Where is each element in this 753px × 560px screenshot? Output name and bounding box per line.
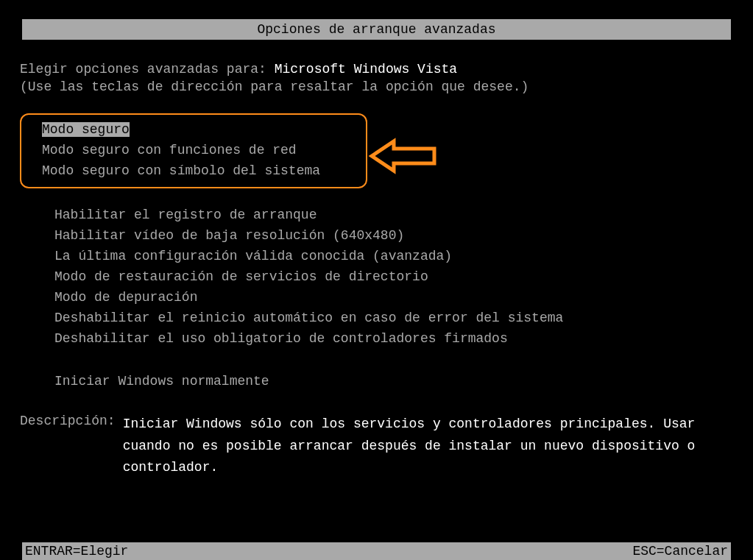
menu-item-ds-restore[interactable]: Modo de restauración de servicios de dir…: [54, 266, 733, 287]
menu-item-start-normal[interactable]: Iniciar Windows normalmente: [54, 371, 733, 391]
menu-item-label: Modo seguro con símbolo del sistema: [42, 163, 320, 178]
menu-item-boot-logging[interactable]: Habilitar el registro de arranque: [54, 205, 733, 225]
footer-esc-hint: ESC=Cancelar: [632, 544, 728, 559]
description-block: Descripción: Iniciar Windows sólo con lo…: [20, 414, 733, 479]
menu-item-low-res-video[interactable]: Habilitar vídeo de baja resolución (640x…: [54, 225, 733, 246]
menu-item-last-known-good[interactable]: La última configuración válida conocida …: [54, 246, 733, 266]
menu-item-label: Modo seguro: [42, 122, 130, 137]
menu-item-disable-auto-restart[interactable]: Deshabilitar el reinicio automático en c…: [54, 308, 733, 328]
description-label: Descripción:: [20, 414, 123, 479]
menu-item-debug-mode[interactable]: Modo de depuración: [54, 287, 733, 308]
menu-item-label: Modo seguro con funciones de red: [42, 143, 297, 157]
description-text: Iniciar Windows sólo con los servicios y…: [123, 414, 733, 479]
title-text: Opciones de arranque avanzadas: [257, 22, 495, 37]
menu-item-safe-mode[interactable]: Modo seguro: [29, 119, 131, 140]
intro-line: Elegir opciones avanzadas para: Microsof…: [20, 62, 733, 77]
menu-item-safe-mode-network[interactable]: Modo seguro con funciones de red: [29, 140, 358, 160]
title-bar: Opciones de arranque avanzadas: [22, 19, 731, 40]
content-area: Elegir opciones avanzadas para: Microsof…: [0, 40, 753, 479]
other-options-list: Habilitar el registro de arranque Habili…: [54, 205, 733, 391]
safe-mode-group-box: Modo seguro Modo seguro con funciones de…: [20, 113, 367, 188]
menu-item-disable-driver-sig[interactable]: Deshabilitar el uso obligatorio de contr…: [54, 328, 733, 349]
keyboard-hint: (Use las teclas de dirección para resalt…: [20, 79, 733, 94]
menu-item-safe-mode-cmd[interactable]: Modo seguro con símbolo del sistema: [29, 160, 358, 181]
footer-bar: ENTRAR=Elegir ESC=Cancelar: [22, 542, 731, 560]
os-name: Microsoft Windows Vista: [275, 62, 457, 77]
footer-enter-hint: ENTRAR=Elegir: [25, 544, 128, 559]
intro-prefix: Elegir opciones avanzadas para:: [20, 62, 275, 77]
